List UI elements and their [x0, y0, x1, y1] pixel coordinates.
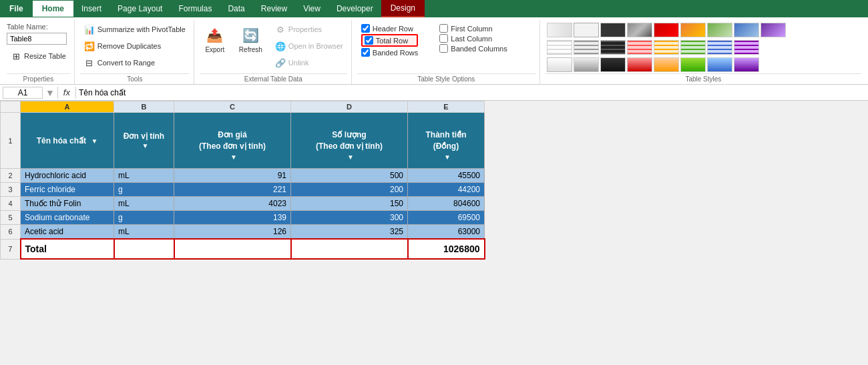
refresh-button[interactable]: 🔄 Refresh: [234, 21, 267, 57]
style-swatch-3[interactable]: [600, 23, 626, 37]
style-swatch-25[interactable]: [734, 57, 759, 72]
data-cell-6-b[interactable]: mL: [114, 225, 174, 240]
style-swatch-20[interactable]: [600, 57, 626, 72]
data-cell-4-e[interactable]: 804600: [408, 197, 485, 211]
table-name-input[interactable]: [7, 33, 67, 45]
total-cell-c[interactable]: [174, 239, 291, 259]
tab-formulas[interactable]: Formulas: [170, 1, 220, 17]
style-swatch-10[interactable]: [547, 40, 572, 55]
total-cell-d[interactable]: [291, 239, 408, 259]
data-cell-4-c[interactable]: 4023: [174, 197, 291, 211]
tab-file[interactable]: File: [0, 1, 33, 17]
data-cell-2-e[interactable]: 45500: [408, 169, 485, 183]
export-button[interactable]: 📤 Export: [200, 21, 230, 57]
style-swatch-12[interactable]: [600, 40, 626, 55]
header-cell-a[interactable]: Tên hóa chất ▼: [21, 113, 114, 169]
tab-developer[interactable]: Developer: [329, 1, 381, 17]
style-swatch-4[interactable]: [627, 23, 652, 37]
convert-to-range-button[interactable]: ⊟ Convert to Range: [80, 55, 190, 71]
tab-home[interactable]: Home: [33, 1, 73, 17]
header-cell-c[interactable]: Đơn giá (Theo đơn vị tính) ▼: [174, 113, 291, 169]
spreadsheet-container[interactable]: A B C D E 1 Tên hóa chất ▼ Đơn vị tính ▼: [0, 101, 868, 356]
data-cell-2-d[interactable]: 500: [291, 169, 408, 183]
style-swatch-1[interactable]: [547, 23, 572, 37]
style-swatch-13[interactable]: [627, 40, 652, 55]
style-swatch-5[interactable]: [654, 23, 679, 37]
tab-page-layout[interactable]: Page Layout: [110, 1, 170, 17]
header-row-checkbox[interactable]: [361, 24, 370, 33]
header-cell-e[interactable]: Thành tiền (Đồng) ▼: [408, 113, 485, 169]
style-swatch-24[interactable]: [707, 57, 732, 72]
total-row-checkbox[interactable]: [365, 36, 373, 45]
col-header-a[interactable]: A: [21, 101, 114, 113]
banded-rows-checkbox[interactable]: [361, 48, 370, 57]
last-column-checkbox[interactable]: [439, 34, 448, 43]
style-swatch-2[interactable]: [574, 23, 599, 37]
tab-insert[interactable]: Insert: [73, 1, 110, 17]
total-label-cell[interactable]: Total: [21, 239, 114, 259]
data-cell-3-c[interactable]: 221: [174, 183, 291, 197]
data-cell-4-a[interactable]: Thuốc thử Folin: [21, 197, 114, 211]
data-cell-5-d[interactable]: 300: [291, 211, 408, 225]
col-header-d[interactable]: D: [291, 101, 408, 113]
header-row-option[interactable]: Header Row: [361, 24, 419, 33]
style-swatch-19[interactable]: [574, 57, 599, 72]
style-swatch-7[interactable]: [707, 23, 732, 37]
style-swatch-14[interactable]: [654, 40, 679, 55]
col-header-c[interactable]: C: [174, 101, 291, 113]
data-cell-6-a[interactable]: Acetic acid: [21, 225, 114, 240]
data-cell-5-e[interactable]: 69500: [408, 211, 485, 225]
data-cell-5-c[interactable]: 139: [174, 211, 291, 225]
total-row-option[interactable]: Total Row: [361, 34, 419, 47]
data-cell-6-e[interactable]: 63000: [408, 225, 485, 240]
header-cell-d[interactable]: Số lượng (Theo đơn vị tính) ▼: [291, 113, 408, 169]
tab-data[interactable]: Data: [220, 1, 252, 17]
col-header-b[interactable]: B: [114, 101, 174, 113]
dropdown-arrow-icon[interactable]: ▼: [45, 87, 55, 98]
tab-view[interactable]: View: [295, 1, 329, 17]
total-cell-b[interactable]: [114, 239, 174, 259]
style-swatch-8[interactable]: [734, 23, 759, 37]
banded-columns-option[interactable]: Banded Columns: [439, 44, 507, 53]
data-cell-5-a[interactable]: Sodium carbonate: [21, 211, 114, 225]
header-cell-b[interactable]: Đơn vị tính ▼: [114, 113, 174, 169]
banded-rows-option[interactable]: Banded Rows: [361, 48, 419, 57]
style-swatch-6[interactable]: [680, 23, 706, 37]
data-cell-2-a[interactable]: Hydrochloric acid: [21, 169, 114, 183]
unlink-button[interactable]: 🔗 Unlink: [271, 55, 347, 71]
style-swatch-21[interactable]: [627, 57, 652, 72]
dropdown-filter-icon-b[interactable]: ▼: [142, 142, 149, 149]
data-cell-4-b[interactable]: mL: [114, 197, 174, 211]
data-cell-3-d[interactable]: 200: [291, 183, 408, 197]
formula-input[interactable]: [79, 88, 865, 97]
tab-review[interactable]: Review: [253, 1, 295, 17]
dropdown-filter-icon-e[interactable]: ▼: [444, 153, 451, 161]
data-cell-3-b[interactable]: g: [114, 183, 174, 197]
style-swatch-17[interactable]: [734, 40, 759, 55]
first-column-checkbox[interactable]: [439, 24, 448, 33]
remove-duplicates-button[interactable]: 🔁 Remove Duplicates: [80, 38, 190, 54]
dropdown-filter-icon-c[interactable]: ▼: [230, 153, 237, 161]
data-cell-5-b[interactable]: g: [114, 211, 174, 225]
style-swatch-11[interactable]: [574, 40, 599, 55]
style-swatch-23[interactable]: [680, 57, 706, 72]
data-cell-3-e[interactable]: 44200: [408, 183, 485, 197]
properties-button[interactable]: ⚙ Properties: [271, 21, 347, 37]
style-swatch-16[interactable]: [707, 40, 732, 55]
dropdown-filter-icon-a[interactable]: ▼: [91, 137, 97, 145]
data-cell-6-d[interactable]: 325: [291, 225, 408, 240]
open-browser-button[interactable]: 🌐 Open in Browser: [271, 38, 347, 54]
style-swatch-18[interactable]: [547, 57, 572, 72]
data-cell-3-a[interactable]: Ferric chloride: [21, 183, 114, 197]
style-swatch-22[interactable]: [654, 57, 679, 72]
style-swatch-15[interactable]: [680, 40, 706, 55]
data-cell-4-d[interactable]: 150: [291, 197, 408, 211]
first-column-option[interactable]: First Column: [439, 24, 507, 33]
col-header-e[interactable]: E: [408, 101, 485, 113]
last-column-option[interactable]: Last Column: [439, 34, 507, 43]
summarize-pivottable-button[interactable]: 📊 Summarize with PivotTable: [80, 21, 190, 37]
resize-table-button[interactable]: ⊞ Resize Table: [7, 48, 70, 64]
dropdown-filter-icon-d[interactable]: ▼: [347, 153, 354, 161]
banded-columns-checkbox[interactable]: [439, 44, 448, 53]
data-cell-2-c[interactable]: 91: [174, 169, 291, 183]
